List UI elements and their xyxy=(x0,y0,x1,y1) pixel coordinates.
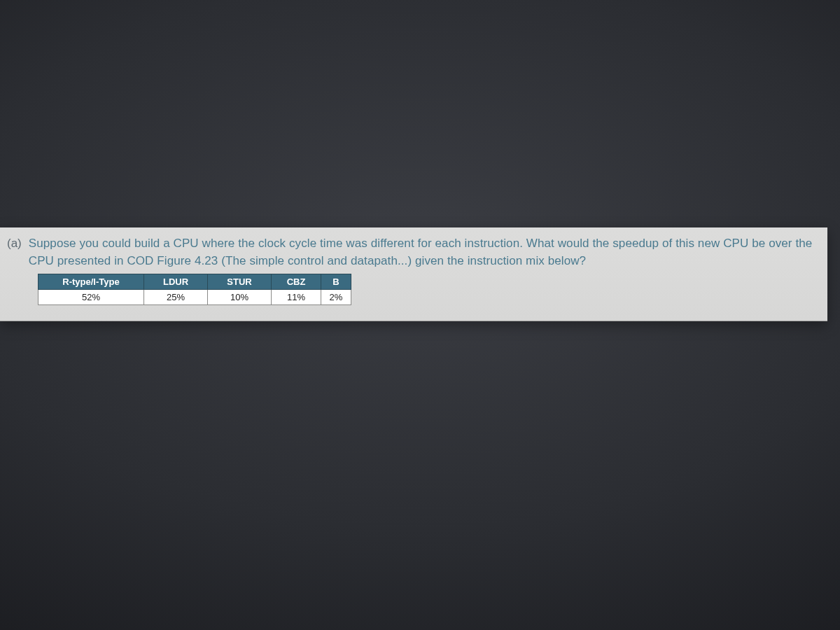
table-header: CBZ xyxy=(272,274,321,290)
instruction-mix-table: R-type/I-Type LDUR STUR CBZ B 52% 25% 10… xyxy=(38,274,351,305)
table-cell: 10% xyxy=(208,290,272,305)
question-block: (a) Suppose you could build a CPU where … xyxy=(0,227,827,321)
table-cell: 25% xyxy=(144,290,208,305)
instruction-mix-table-wrap: R-type/I-Type LDUR STUR CBZ B 52% 25% 10… xyxy=(38,274,815,305)
table-row: 52% 25% 10% 11% 2% xyxy=(38,290,351,305)
table-cell: 2% xyxy=(321,290,351,305)
table-header-row: R-type/I-Type LDUR STUR CBZ B xyxy=(38,274,351,290)
table-header: LDUR xyxy=(144,274,208,290)
table-cell: 52% xyxy=(38,290,144,305)
question-marker: (a) xyxy=(7,235,22,251)
table-header: B xyxy=(321,274,351,290)
question-prompt: Suppose you could build a CPU where the … xyxy=(29,235,815,270)
table-header: R-type/I-Type xyxy=(38,274,144,290)
table-cell: 11% xyxy=(272,290,321,305)
table-header: STUR xyxy=(208,274,272,290)
question-row: (a) Suppose you could build a CPU where … xyxy=(7,235,815,270)
